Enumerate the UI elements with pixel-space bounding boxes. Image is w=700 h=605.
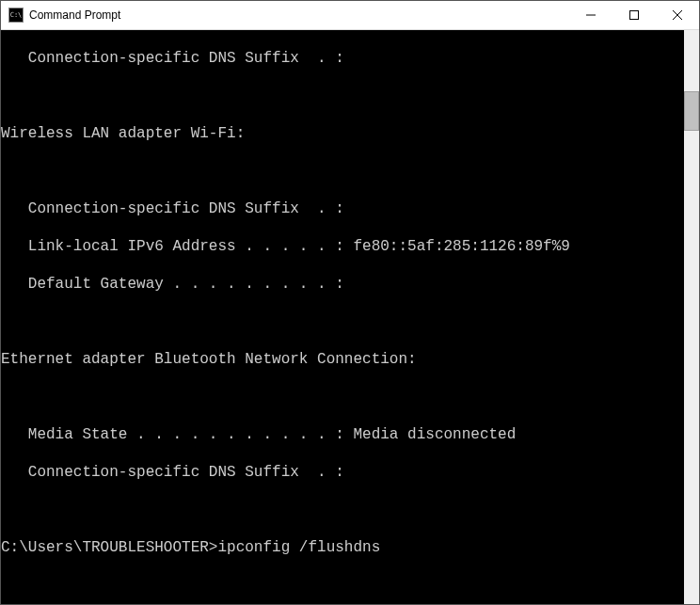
minimize-button[interactable]: [569, 1, 612, 29]
maximize-button[interactable]: [612, 1, 656, 29]
output-line: Wireless LAN adapter Wi-Fi:: [1, 124, 684, 143]
output-line: Ethernet adapter Bluetooth Network Conne…: [1, 350, 684, 369]
console-output[interactable]: Connection-specific DNS Suffix . : Wirel…: [1, 30, 684, 604]
vertical-scrollbar[interactable]: [684, 30, 699, 604]
window-controls: [569, 1, 699, 29]
output-line: [1, 87, 684, 105]
close-button[interactable]: [656, 1, 699, 29]
output-line: [1, 162, 684, 181]
svg-rect-1: [630, 11, 639, 20]
output-line: Link-local IPv6 Address . . . . . : fe80…: [1, 237, 684, 256]
output-line: [1, 501, 684, 519]
output-line: Connection-specific DNS Suffix . :: [1, 463, 684, 482]
output-line: Media State . . . . . . . . . . . : Medi…: [1, 425, 684, 444]
output-line: Connection-specific DNS Suffix . :: [1, 49, 684, 68]
scrollbar-thumb[interactable]: [684, 91, 699, 131]
titlebar[interactable]: C:\ Command Prompt: [1, 1, 699, 30]
output-line: [1, 388, 684, 406]
output-line: [1, 312, 684, 331]
output-line: Default Gateway . . . . . . . . . :: [1, 275, 684, 294]
output-line: [1, 576, 684, 595]
output-line: Connection-specific DNS Suffix . :: [1, 199, 684, 218]
output-line: C:\Users\TROUBLESHOOTER>ipconfig /flushd…: [1, 538, 684, 557]
cmd-icon: C:\: [8, 8, 24, 23]
window-title: Command Prompt: [29, 8, 569, 22]
console-area: Connection-specific DNS Suffix . : Wirel…: [1, 30, 699, 604]
